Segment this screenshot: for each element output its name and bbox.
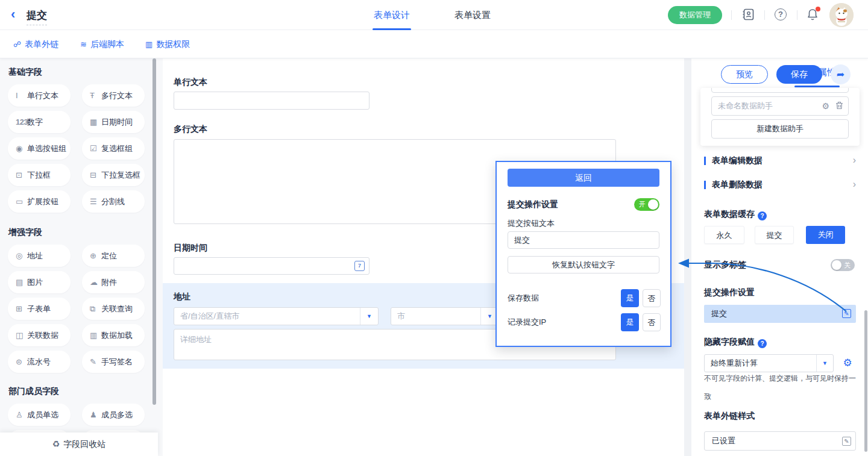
question-icon[interactable]: ? xyxy=(758,211,767,220)
tab-form-settings[interactable]: 表单设置 xyxy=(451,0,494,30)
dropdown-icon: ⊡ xyxy=(16,170,27,180)
contacts-icon[interactable] xyxy=(742,8,756,22)
field-pill-extend-button[interactable]: ▭扩展按钮 xyxy=(8,190,71,213)
edit-icon[interactable]: ✎ xyxy=(842,437,851,446)
person-icon: ♙ xyxy=(16,410,27,419)
save-button[interactable]: 保存 xyxy=(776,65,822,84)
field-recycle-bin-label: 字段回收站 xyxy=(63,439,105,449)
city-select[interactable]: 市 ▼ xyxy=(391,307,499,325)
share-button[interactable]: ➦ xyxy=(831,64,851,84)
field-pill-multi-dropdown[interactable]: ⊟下拉复选框 xyxy=(82,164,145,186)
datetime-input[interactable] xyxy=(174,257,370,275)
field-pill-label: 单选按钮组 xyxy=(27,143,66,154)
field-pill-single-line-text[interactable]: I单行文本 xyxy=(8,84,71,107)
hidden-field-assign-heading: 隐藏字段赋值? xyxy=(704,337,767,348)
field-pill-label: 附件 xyxy=(101,277,117,288)
field-pill-divider[interactable]: ☰分割线 xyxy=(82,190,145,213)
properties-scrollbar[interactable] xyxy=(864,310,867,452)
basic-fields-grid: I单行文本 Ŧ多行文本 123数字 ▦日期时间 ◉单选按钮组 ☑复选框组 ⊡下拉… xyxy=(8,84,163,213)
new-assistant-button[interactable]: 新建数据助手 xyxy=(711,119,849,139)
cache-option-close-selected[interactable]: 关闭 xyxy=(806,226,845,244)
hidden-field-hint-text: 不可见字段的计算、提交逻辑，与可见时保持一致 xyxy=(704,369,857,405)
gear-icon[interactable]: ⚙ xyxy=(822,101,829,111)
province-placeholder: 省/自治区/直辖市 xyxy=(174,311,360,322)
back-button[interactable]: 返回 xyxy=(508,169,659,187)
field-pill-serial-number[interactable]: ⊜流水号 xyxy=(8,351,71,373)
field-pill-linked-data[interactable]: ◫关联数据 xyxy=(8,324,71,346)
form-external-link[interactable]: ☍表单外链 xyxy=(13,30,58,58)
field-pill-radio-group[interactable]: ◉单选按钮组 xyxy=(8,137,71,160)
form-edit-data-section[interactable]: 表单编辑数据 › xyxy=(704,155,856,167)
field-pill-multi-line-text[interactable]: Ŧ多行文本 xyxy=(82,84,145,107)
tab-form-design[interactable]: 表单设计 xyxy=(370,0,414,30)
divider xyxy=(797,10,797,20)
field-recycle-bin[interactable]: ♻字段回收站 xyxy=(0,433,158,456)
field-pill-location[interactable]: ⊕定位 xyxy=(82,245,145,267)
save-data-no-button[interactable]: 否 xyxy=(643,289,661,307)
field-pill-number[interactable]: 123数字 xyxy=(8,111,71,133)
linked-data-icon: ◫ xyxy=(16,331,27,340)
field-pill-member-multi[interactable]: ♟成员多选 xyxy=(82,404,145,426)
properties-panel: 字段属性 表单属性 未命名数据助手 ⚙ 未命名数据助手 ⚙ 新建数据助手 xyxy=(691,58,868,456)
field-pill-attachment[interactable]: ☁附件 xyxy=(82,271,145,293)
single-line-text-input[interactable] xyxy=(174,92,370,110)
extend-button-icon: ▭ xyxy=(16,197,27,206)
multi-tab-toggle[interactable]: 关 xyxy=(831,259,855,271)
field-pill-signature[interactable]: ✎手写签名 xyxy=(82,351,145,373)
record-ip-label: 记录提交IP xyxy=(508,317,546,328)
cloud-upload-icon: ☁ xyxy=(90,278,101,287)
field-pill-data-load[interactable]: ▥数据加载 xyxy=(82,324,145,346)
form-link-style-row[interactable]: 已设置 ✎ xyxy=(704,431,856,451)
form-link-style-heading: 表单外链样式 xyxy=(704,411,755,422)
toggle-on-label: 开 xyxy=(639,198,646,211)
question-icon[interactable]: ? xyxy=(758,339,767,348)
data-permission-icon: ▥ xyxy=(145,40,153,49)
province-select[interactable]: 省/自治区/直辖市 ▼ xyxy=(174,307,379,325)
form-designer-app: ‹ 提交 表单设计 表单设置 数据管理 ? ☍表单外链 ≋后端脚本 ▥数据权限 … xyxy=(0,0,868,456)
restore-default-text-button[interactable]: 恢复默认按钮文字 xyxy=(508,256,659,273)
data-manage-button[interactable]: 数据管理 xyxy=(668,6,722,24)
section-accent-bar xyxy=(704,181,706,189)
field-pill-subform[interactable]: ⊞子表单 xyxy=(8,298,71,320)
image-icon: ▤ xyxy=(16,278,27,287)
field-pill-datetime[interactable]: ▦日期时间 xyxy=(82,111,145,133)
submit-settings-title: 提交操作设置 xyxy=(508,199,558,210)
field-pill-checkbox-group[interactable]: ☑复选框组 xyxy=(82,137,145,160)
submit-settings-toggle[interactable]: 开 xyxy=(634,198,659,211)
field-pill-dropdown[interactable]: ⊡下拉框 xyxy=(8,164,71,186)
submit-button-text-input[interactable] xyxy=(508,231,659,249)
cache-option-permanent[interactable]: 永久 xyxy=(704,226,744,244)
record-ip-yes-button[interactable]: 是 xyxy=(621,313,639,331)
edit-icon[interactable]: ✎ xyxy=(842,309,851,318)
save-data-yes-button[interactable]: 是 xyxy=(621,289,639,307)
field-pill-member-single[interactable]: ♙成员单选 xyxy=(8,404,71,426)
back-icon[interactable]: ‹ xyxy=(11,7,15,22)
field-pill-address[interactable]: ◎地址 xyxy=(8,245,71,267)
trash-icon[interactable] xyxy=(835,101,843,111)
field-pill-label: 数据加载 xyxy=(101,330,133,341)
user-avatar[interactable] xyxy=(829,3,854,27)
section-title-basic-fields: 基础字段 xyxy=(8,67,163,78)
hidden-field-assign-value: 始终重新计算 xyxy=(705,358,816,369)
form-delete-data-section[interactable]: 表单删除数据 › xyxy=(704,180,856,192)
sidebar-scrollbar[interactable] xyxy=(153,58,156,405)
help-icon[interactable]: ? xyxy=(775,8,789,23)
notification-bell-icon[interactable] xyxy=(806,8,820,22)
form-title[interactable]: 提交 xyxy=(27,8,47,25)
data-permission-link[interactable]: ▥数据权限 xyxy=(145,30,190,58)
checkbox-icon: ☑ xyxy=(90,144,101,153)
field-pill-image[interactable]: ▤图片 xyxy=(8,271,71,293)
calendar-picker-icon[interactable]: 7 xyxy=(354,261,365,271)
assistant-row[interactable]: 未命名数据助手 ⚙ xyxy=(711,96,849,116)
tab-form-settings-label: 表单设置 xyxy=(454,10,491,20)
toggle-off-label: 关 xyxy=(844,259,851,271)
preview-button[interactable]: 预览 xyxy=(721,65,768,84)
record-ip-no-button[interactable]: 否 xyxy=(643,313,661,331)
field-pill-label: 单行文本 xyxy=(27,90,58,101)
field-pill-linked-query[interactable]: ⧉关联查询 xyxy=(82,298,145,320)
trash-icon[interactable] xyxy=(835,88,843,89)
submit-action-item-selected[interactable]: 提交 ✎ xyxy=(704,305,856,323)
backend-script-link[interactable]: ≋后端脚本 xyxy=(80,30,124,58)
cache-option-submit[interactable]: 提交 xyxy=(755,226,794,244)
assistant-row-partial[interactable]: 未命名数据助手 ⚙ xyxy=(711,88,849,93)
